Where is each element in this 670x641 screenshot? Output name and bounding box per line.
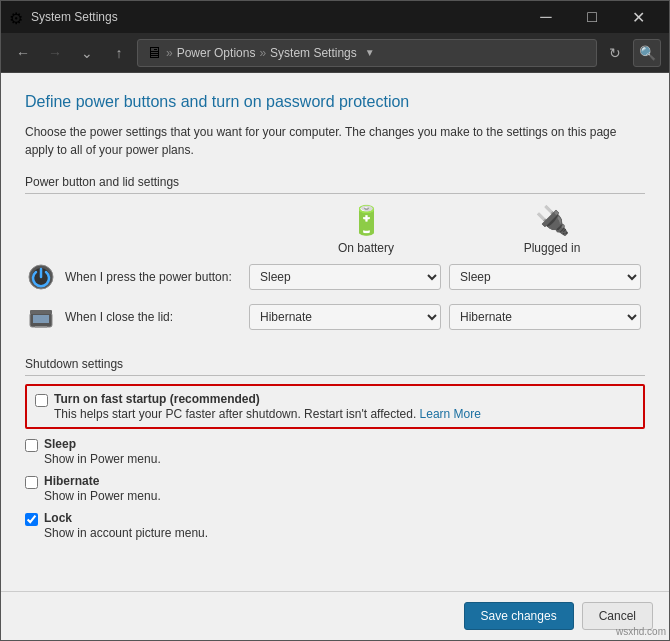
hibernate-row: Hibernate [25, 474, 645, 489]
window-icon: ⚙ [9, 9, 25, 25]
power-button-battery-select[interactable]: Do nothing Sleep Hibernate Shut down Tur… [249, 264, 441, 290]
col-battery-header: 🔋 On battery [273, 204, 459, 255]
lid-label: When I close the lid: [65, 310, 245, 324]
col-plugged-header: 🔌 Plugged in [459, 204, 645, 255]
learn-more-link[interactable]: Learn More [420, 407, 481, 421]
title-bar-controls: ─ □ ✕ [523, 1, 661, 33]
fast-startup-desc: This helps start your PC faster after sh… [54, 407, 635, 421]
minimize-button[interactable]: ─ [523, 1, 569, 33]
lid-plugged-select[interactable]: Do nothing Sleep Hibernate Shut down Tur… [449, 304, 641, 330]
breadcrumb-sep-1: » [166, 46, 173, 60]
battery-label: On battery [338, 241, 394, 255]
maximize-button[interactable]: □ [569, 1, 615, 33]
recent-button[interactable]: ⌄ [73, 39, 101, 67]
sleep-checkbox[interactable] [25, 439, 38, 452]
lid-plugged-dropdown[interactable]: Do nothing Sleep Hibernate Shut down Tur… [449, 304, 641, 330]
breadcrumb-power-options[interactable]: Power Options [177, 46, 256, 60]
sleep-label[interactable]: Sleep [44, 437, 76, 451]
lock-checkbox[interactable] [25, 513, 38, 526]
breadcrumb-system-settings[interactable]: System Settings [270, 46, 357, 60]
breadcrumb-sep-2: » [259, 46, 266, 60]
shutdown-section: Shutdown settings Turn on fast startup (… [25, 353, 645, 540]
battery-icon: 🔋 [349, 204, 384, 237]
up-button[interactable]: ↑ [105, 39, 133, 67]
breadcrumb-icon: 🖥 [146, 44, 162, 62]
shutdown-section-header: Shutdown settings [25, 357, 645, 376]
hibernate-checkbox[interactable] [25, 476, 38, 489]
power-section: Power button and lid settings 🔋 On batte… [25, 171, 645, 341]
refresh-button[interactable]: ↻ [601, 39, 629, 67]
lock-row: Lock [25, 511, 645, 526]
hibernate-desc: Show in Power menu. [44, 489, 645, 503]
page-title: Define power buttons and turn on passwor… [25, 93, 645, 111]
lock-label[interactable]: Lock [44, 511, 72, 525]
window-title: System Settings [31, 10, 118, 24]
svg-rect-3 [33, 315, 49, 323]
page-description: Choose the power settings that you want … [25, 123, 645, 159]
power-button-plugged-select[interactable]: Do nothing Sleep Hibernate Shut down Tur… [449, 264, 641, 290]
power-button-icon [25, 261, 57, 293]
close-button[interactable]: ✕ [615, 1, 661, 33]
main-content: Define power buttons and turn on passwor… [1, 73, 669, 591]
footer: Save changes Cancel [1, 591, 669, 640]
watermark: wsxhd.com [616, 626, 666, 637]
power-button-battery-dropdown[interactable]: Do nothing Sleep Hibernate Shut down Tur… [249, 264, 441, 290]
fast-startup-item: Turn on fast startup (recommended) This … [25, 384, 645, 429]
svg-rect-4 [30, 310, 52, 314]
power-button-label: When I press the power button: [65, 270, 245, 284]
breadcrumb: 🖥 » Power Options » System Settings ▼ [137, 39, 597, 67]
sleep-item: Sleep Show in Power menu. [25, 437, 645, 466]
lid-battery-dropdown[interactable]: Do nothing Sleep Hibernate Shut down Tur… [249, 304, 441, 330]
lock-desc: Show in account picture menu. [44, 526, 645, 540]
fast-startup-row: Turn on fast startup (recommended) [35, 392, 635, 407]
plugged-icon: 🔌 [535, 204, 570, 237]
title-bar-left: ⚙ System Settings [9, 9, 118, 25]
hibernate-item: Hibernate Show in Power menu. [25, 474, 645, 503]
power-button-plugged-dropdown[interactable]: Do nothing Sleep Hibernate Shut down Tur… [449, 264, 641, 290]
fast-startup-checkbox[interactable] [35, 394, 48, 407]
hibernate-label[interactable]: Hibernate [44, 474, 99, 488]
title-bar: ⚙ System Settings ─ □ ✕ [1, 1, 669, 33]
back-button[interactable]: ← [9, 39, 37, 67]
power-section-header: Power button and lid settings [25, 175, 645, 194]
breadcrumb-chevron[interactable]: ▼ [365, 47, 375, 58]
lid-icon [25, 301, 57, 333]
power-table-header: 🔋 On battery 🔌 Plugged in [25, 204, 645, 255]
system-settings-window: ⚙ System Settings ─ □ ✕ ← → ⌄ ↑ 🖥 » Powe… [0, 0, 670, 641]
save-changes-button[interactable]: Save changes [464, 602, 574, 630]
lid-battery-select[interactable]: Do nothing Sleep Hibernate Shut down Tur… [249, 304, 441, 330]
sleep-desc: Show in Power menu. [44, 452, 645, 466]
fast-startup-label[interactable]: Turn on fast startup (recommended) [54, 392, 260, 406]
lid-row: When I close the lid: Do nothing Sleep H… [25, 301, 645, 333]
plugged-label: Plugged in [524, 241, 581, 255]
address-bar: ← → ⌄ ↑ 🖥 » Power Options » System Setti… [1, 33, 669, 73]
forward-button[interactable]: → [41, 39, 69, 67]
search-button[interactable]: 🔍 [633, 39, 661, 67]
sleep-row: Sleep [25, 437, 645, 452]
lock-item: Lock Show in account picture menu. [25, 511, 645, 540]
shutdown-items: Turn on fast startup (recommended) This … [25, 384, 645, 540]
power-button-row: When I press the power button: Do nothin… [25, 261, 645, 293]
